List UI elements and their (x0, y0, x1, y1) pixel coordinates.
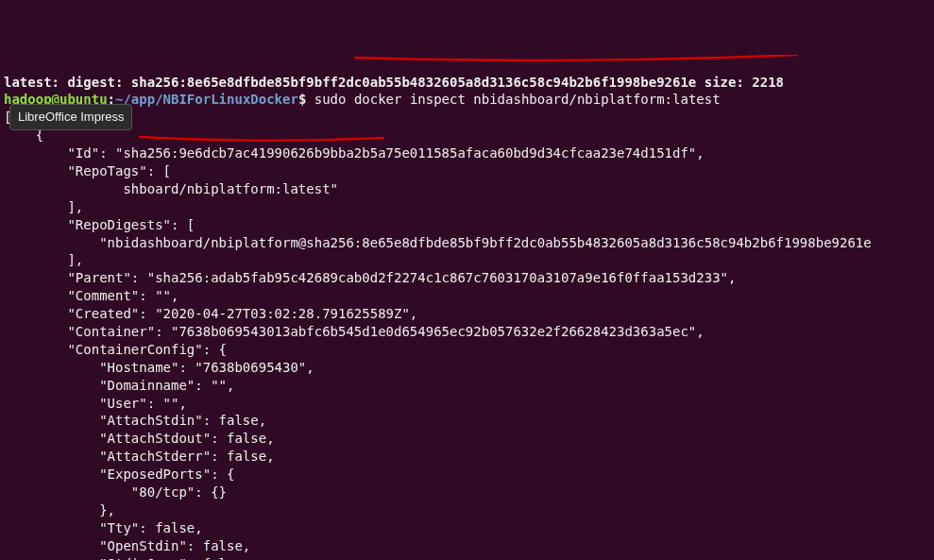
json-line: "ExposedPorts": { (4, 467, 234, 482)
json-line: "Container": "7638b069543013abfc6b545d1e… (4, 324, 705, 339)
json-line: { (4, 127, 43, 143)
annotation-underline-command (338, 33, 782, 42)
tooltip-libreoffice-impress: LibreOffice Impress (9, 104, 132, 130)
prompt-path: ~/app/NBIForLinuxDocker (115, 92, 298, 107)
json-line: "OpenStdin": false, (4, 538, 250, 553)
json-line: "RepoDigests": [ (4, 217, 195, 232)
digest-line: latest: digest: sha256:8e65e8dfbde85bf9b… (4, 75, 784, 90)
json-line: "AttachStdin": false, (4, 413, 266, 428)
json-line: "Hostname": "7638b0695430", (4, 360, 314, 375)
json-line: "Comment": "", (4, 288, 178, 303)
json-line: "Created": "2020-04-27T03:02:28.79162558… (4, 306, 417, 321)
json-line: "AttachStdout": false, (4, 431, 275, 446)
json-line: "AttachStderr": false, (4, 449, 275, 464)
json-line: "RepoTags": [ (4, 163, 171, 178)
json-line: ], (4, 199, 83, 214)
json-line: "User": "", (4, 396, 187, 411)
json-line: "Domainname": "", (4, 378, 234, 393)
json-line: "Tty": false, (4, 520, 203, 535)
json-line: ], (4, 252, 83, 267)
json-line: "Parent": "sha256:adab5fab95c42689cab0d2… (4, 270, 736, 285)
terminal-output[interactable]: latest: digest: sha256:8e65e8dfbde85bf9b… (4, 74, 930, 560)
json-line: }, (4, 502, 115, 518)
json-line: "StdinOnce": false, (4, 556, 250, 560)
json-line: shboard/nbiplatform:latest" (4, 181, 338, 196)
json-line: "ContainerConfig": { (4, 342, 227, 357)
json-line: "nbidashboard/nbiplatform@sha256:8e65e8d… (4, 235, 872, 250)
json-line: "Id": "sha256:9e6dcb7ac41990626b9bba2b5a… (4, 145, 705, 161)
prompt-command: sudo docker inspect nbidashboard/nbiplat… (306, 92, 720, 107)
json-line: "80/tcp": {} (4, 484, 227, 500)
